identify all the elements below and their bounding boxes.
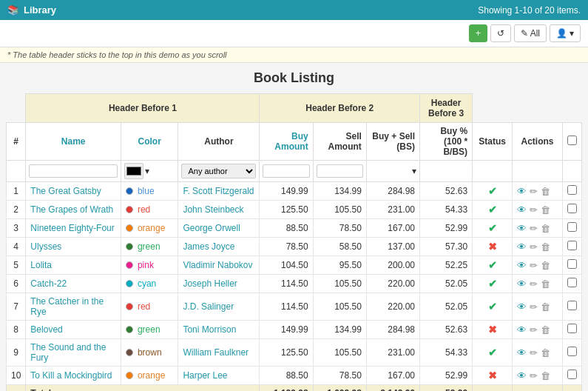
- book-link[interactable]: The Great Gatsby: [30, 186, 101, 196]
- delete-icon[interactable]: 🗑: [541, 241, 550, 253]
- total-chk: [562, 385, 581, 392]
- row-actions: 👁 ✏ 🗑: [513, 339, 563, 367]
- add-button[interactable]: +: [469, 24, 487, 42]
- delete-icon[interactable]: 🗑: [541, 301, 550, 313]
- view-icon[interactable]: 👁: [517, 278, 527, 290]
- row-checkbox[interactable]: [567, 347, 577, 356]
- delete-icon[interactable]: 🗑: [541, 370, 550, 381]
- author-link[interactable]: Harper Lee: [183, 370, 227, 381]
- edit-icon[interactable]: ✏: [530, 223, 538, 234]
- header-group-2: Header Before 2: [260, 94, 420, 123]
- row-actions: 👁 ✏ 🗑: [513, 219, 563, 238]
- delete-icon[interactable]: 🗑: [541, 324, 550, 335]
- author-link[interactable]: Toni Morrison: [183, 324, 236, 335]
- filter-color-input[interactable]: [124, 163, 143, 179]
- view-icon[interactable]: 👁: [517, 186, 527, 197]
- delete-icon[interactable]: 🗑: [541, 186, 550, 197]
- col-author: Author: [178, 123, 260, 161]
- refresh-button[interactable]: ↺: [490, 24, 511, 42]
- author-link[interactable]: Joseph Heller: [183, 278, 237, 289]
- row-buy: 114.50: [260, 275, 313, 293]
- row-checkbox[interactable]: [567, 324, 577, 333]
- view-icon[interactable]: 👁: [517, 223, 527, 234]
- row-sell: 95.50: [313, 256, 366, 275]
- delete-icon[interactable]: 🗑: [541, 223, 550, 234]
- view-icon[interactable]: 👁: [517, 260, 527, 271]
- edit-icon[interactable]: ✏: [530, 301, 538, 313]
- filter-sell-input[interactable]: [317, 164, 363, 178]
- color-dot-icon: [126, 372, 133, 379]
- row-checkbox-cell: [562, 339, 581, 367]
- book-link[interactable]: Nineteen Eighty-Four: [30, 223, 114, 233]
- col-name[interactable]: Name: [26, 123, 121, 161]
- delete-icon[interactable]: 🗑: [541, 260, 550, 271]
- author-link[interactable]: William Faulkner: [183, 347, 249, 358]
- book-link[interactable]: The Catcher in the Rye: [30, 296, 104, 317]
- row-status: ✖: [473, 238, 513, 256]
- delete-icon[interactable]: 🗑: [541, 278, 550, 290]
- author-link[interactable]: George Orwell: [183, 223, 240, 233]
- view-icon[interactable]: 👁: [517, 347, 527, 358]
- author-link[interactable]: John Steinbeck: [183, 204, 243, 215]
- color-label: blue: [138, 186, 155, 196]
- book-link[interactable]: Catch-22: [30, 278, 67, 289]
- col-color[interactable]: Color: [121, 123, 178, 161]
- view-icon[interactable]: 👁: [517, 204, 527, 215]
- row-author: John Steinbeck: [178, 201, 260, 219]
- edit-icon[interactable]: ✏: [530, 241, 538, 253]
- row-checkbox-cell: [562, 321, 581, 339]
- row-actions: 👁 ✏ 🗑: [513, 256, 563, 275]
- status-check-icon: ✔: [488, 259, 497, 271]
- edit-icon[interactable]: ✏: [530, 204, 538, 215]
- book-link[interactable]: Ulysses: [30, 241, 61, 252]
- row-buy: 149.99: [260, 182, 313, 201]
- row-checkbox[interactable]: [567, 301, 577, 310]
- book-link[interactable]: To Kill a Mockingbird: [30, 370, 112, 381]
- edit-icon[interactable]: ✏: [530, 278, 538, 290]
- row-checkbox[interactable]: [567, 278, 577, 287]
- row-checkbox[interactable]: [567, 204, 577, 213]
- filter-name-input[interactable]: [29, 164, 118, 178]
- author-link[interactable]: F. Scott Fitzgerald: [183, 186, 254, 196]
- delete-icon[interactable]: 🗑: [541, 204, 550, 215]
- row-checkbox[interactable]: [567, 370, 577, 379]
- row-checkbox[interactable]: [567, 222, 577, 232]
- book-link[interactable]: The Grapes of Wrath: [30, 204, 113, 215]
- select-all-checkbox[interactable]: [567, 136, 577, 145]
- table-row: 10 To Kill a Mockingbird orange Harper L…: [7, 367, 582, 385]
- author-link[interactable]: James Joyce: [183, 241, 234, 252]
- book-link[interactable]: Lolita: [30, 260, 52, 270]
- all-button[interactable]: ✎ All: [514, 24, 547, 42]
- delete-icon[interactable]: 🗑: [541, 347, 550, 358]
- row-num: 2: [7, 201, 26, 219]
- table-row: 3 Nineteen Eighty-Four orange George Orw…: [7, 219, 582, 238]
- top-notice-text: * The table header sticks to the top in …: [7, 50, 227, 59]
- row-checkbox[interactable]: [567, 241, 577, 250]
- row-bs: 231.00: [366, 201, 419, 219]
- edit-icon[interactable]: ✏: [530, 370, 538, 381]
- color-dot-icon: [126, 224, 133, 232]
- user-button[interactable]: 👤 ▾: [550, 24, 581, 42]
- view-icon[interactable]: 👁: [517, 370, 527, 381]
- edit-icon[interactable]: ✏: [530, 186, 538, 197]
- row-checkbox[interactable]: [567, 259, 577, 269]
- author-link[interactable]: J.D. Salinger: [183, 301, 234, 312]
- row-author: William Faulkner: [178, 339, 260, 367]
- row-buypct: 54.33: [420, 339, 473, 367]
- row-color: green: [121, 238, 178, 256]
- edit-icon[interactable]: ✏: [530, 260, 538, 271]
- view-icon[interactable]: 👁: [517, 301, 527, 313]
- col-buy[interactable]: Buy Amount: [260, 123, 313, 161]
- edit-all-icon: ✎ All: [521, 28, 540, 39]
- edit-icon[interactable]: ✏: [530, 324, 538, 335]
- book-link[interactable]: The Sound and the Fury: [30, 342, 106, 363]
- edit-icon[interactable]: ✏: [530, 347, 538, 358]
- author-link[interactable]: Vladimir Nabokov: [183, 260, 252, 270]
- filter-buy-input[interactable]: [263, 164, 309, 178]
- view-icon[interactable]: 👁: [517, 324, 527, 335]
- book-link[interactable]: Beloved: [30, 324, 62, 335]
- row-checkbox[interactable]: [567, 185, 577, 195]
- filter-author-select[interactable]: Any author: [181, 164, 256, 178]
- col-checkbox[interactable]: [562, 123, 581, 161]
- view-icon[interactable]: 👁: [517, 241, 527, 253]
